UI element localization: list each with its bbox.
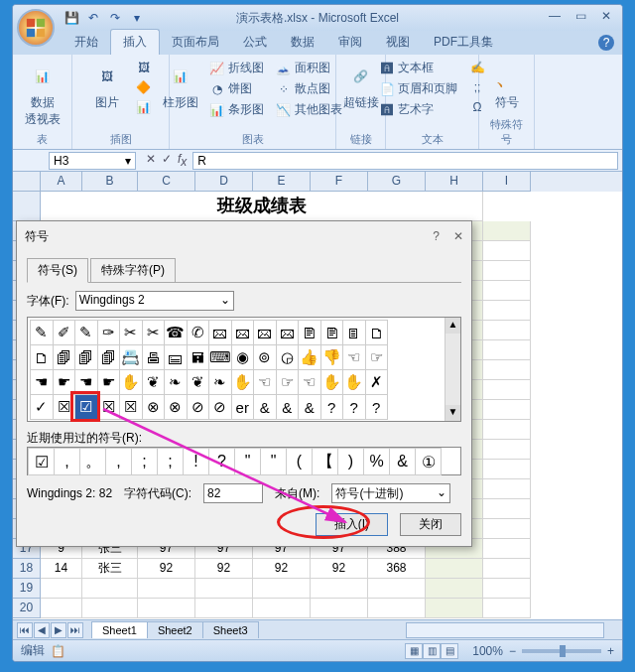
- symbol-cell[interactable]: 🗐: [53, 344, 76, 370]
- cell[interactable]: [368, 579, 426, 599]
- qat-redo[interactable]: ↷: [106, 9, 124, 27]
- col-header-H[interactable]: H: [426, 172, 483, 192]
- symbol-cell[interactable]: ✆: [187, 320, 210, 345]
- cancel-fx-icon[interactable]: ✕: [146, 152, 156, 169]
- tab-review[interactable]: 审阅: [326, 30, 374, 55]
- shapes-button[interactable]: 🔶: [133, 78, 155, 96]
- recent-symbol[interactable]: ①: [415, 448, 442, 475]
- symbol-cell[interactable]: ☎: [164, 320, 188, 345]
- tab-insert[interactable]: 插入: [110, 29, 160, 55]
- close-button[interactable]: ✕: [594, 7, 618, 25]
- symbol-cell[interactable]: er: [231, 394, 255, 420]
- pie-chart-button[interactable]: ◔饼图: [206, 79, 267, 98]
- sheet-tab-2[interactable]: Sheet2: [147, 621, 203, 638]
- zoom-in-button[interactable]: +: [607, 644, 614, 658]
- help-icon[interactable]: ?: [598, 35, 614, 51]
- name-box[interactable]: H3▾: [49, 152, 136, 170]
- symbol-cell[interactable]: 🗐: [74, 344, 98, 370]
- bar-chart-button[interactable]: 📊条形图: [206, 100, 267, 119]
- symbol-cell[interactable]: ❦: [142, 369, 166, 395]
- symbol-cell[interactable]: 🖹: [320, 320, 344, 345]
- recent-symbol[interactable]: ": [260, 448, 287, 475]
- symbol-cell[interactable]: 🖂: [276, 320, 300, 345]
- cell[interactable]: [195, 599, 253, 618]
- symbol-cell[interactable]: ☞: [276, 369, 300, 395]
- font-combobox[interactable]: Wingdings 2⌄: [75, 291, 234, 311]
- cell[interactable]: [483, 579, 531, 599]
- symbol-cell[interactable]: 👍: [298, 344, 321, 370]
- cell[interactable]: [138, 579, 195, 599]
- pivot-table-button[interactable]: 📊数据 透视表: [23, 59, 63, 130]
- symbol-cell[interactable]: ✂: [119, 320, 143, 345]
- col-header-F[interactable]: F: [311, 172, 368, 192]
- next-sheet-button[interactable]: ▶: [51, 622, 66, 638]
- textbox-button[interactable]: 🅰文本框: [376, 59, 460, 77]
- fx-icon[interactable]: fx: [178, 152, 187, 169]
- symbol-cell[interactable]: 🗐: [97, 344, 121, 370]
- cell[interactable]: 92: [138, 559, 195, 579]
- cell[interactable]: [483, 360, 531, 380]
- symbol-cell[interactable]: ?: [342, 394, 366, 420]
- symbol-cell[interactable]: 🖹: [298, 320, 321, 345]
- col-header-E[interactable]: E: [253, 172, 311, 192]
- cell[interactable]: [483, 261, 531, 281]
- cell[interactable]: [483, 440, 531, 460]
- cell[interactable]: [138, 599, 195, 618]
- symbol-cell[interactable]: 👎: [320, 344, 344, 370]
- recent-symbol[interactable]: ;: [157, 448, 184, 475]
- symbol-cell[interactable]: ⊘: [187, 394, 210, 420]
- close-button[interactable]: 关闭: [400, 513, 461, 536]
- symbol-cell[interactable]: ✓: [30, 394, 54, 420]
- recent-symbol[interactable]: ): [337, 448, 364, 475]
- symbol-cell[interactable]: ☛: [97, 369, 121, 395]
- symbol-cell[interactable]: ✎: [74, 320, 98, 345]
- symbol-cell[interactable]: ❧: [208, 369, 232, 395]
- scatter-chart-button[interactable]: ⁘散点图: [273, 79, 345, 98]
- minimize-button[interactable]: —: [543, 7, 567, 25]
- row-header[interactable]: 20: [13, 599, 41, 618]
- tab-formulas[interactable]: 公式: [231, 30, 279, 55]
- tab-pdf[interactable]: PDF工具集: [422, 30, 505, 55]
- normal-view-button[interactable]: ▦: [405, 643, 423, 659]
- cell[interactable]: [311, 579, 368, 599]
- cell[interactable]: [483, 241, 531, 261]
- recent-symbol[interactable]: ☑: [28, 448, 55, 475]
- col-header-A[interactable]: A: [41, 172, 82, 192]
- symbol-cell[interactable]: ☑: [74, 394, 98, 420]
- cell[interactable]: [82, 579, 138, 599]
- cell[interactable]: [426, 579, 483, 599]
- cell[interactable]: 班级成绩表: [41, 192, 483, 221]
- accept-fx-icon[interactable]: ✓: [162, 152, 172, 169]
- cell[interactable]: [41, 599, 82, 618]
- symbol-cell[interactable]: ✋: [320, 369, 344, 395]
- qat-save[interactable]: 💾: [63, 9, 80, 27]
- symbol-cell[interactable]: ☒: [119, 394, 143, 420]
- col-header-D[interactable]: D: [195, 172, 253, 192]
- tab-data[interactable]: 数据: [279, 30, 326, 55]
- cell[interactable]: [195, 579, 253, 599]
- symbol-cell[interactable]: ☛: [53, 369, 76, 395]
- zoom-level[interactable]: 100%: [472, 644, 503, 658]
- symbol-cell[interactable]: &: [253, 394, 277, 420]
- symbol-cell[interactable]: ⊗: [142, 394, 166, 420]
- symbol-cell[interactable]: 📇: [119, 344, 143, 370]
- symbol-cell[interactable]: ☚: [74, 369, 98, 395]
- symbol-scrollbar[interactable]: ▲▼: [444, 318, 460, 421]
- recent-symbol[interactable]: ,: [105, 448, 132, 475]
- cell[interactable]: [483, 519, 531, 539]
- dialog-help-icon[interactable]: ?: [433, 229, 440, 243]
- recent-symbol[interactable]: ,: [54, 448, 80, 475]
- symbol-cell[interactable]: 🖶: [142, 344, 166, 370]
- symbol-cell[interactable]: 🖂: [253, 320, 277, 345]
- recent-symbol[interactable]: &: [389, 448, 416, 475]
- cell[interactable]: [483, 321, 531, 340]
- cell[interactable]: [311, 599, 368, 618]
- cell[interactable]: [483, 400, 531, 420]
- cell[interactable]: [483, 460, 531, 479]
- recent-symbol[interactable]: (: [286, 448, 313, 475]
- row-header[interactable]: 19: [13, 579, 41, 599]
- symbol-cell[interactable]: 🖂: [231, 320, 255, 345]
- cell[interactable]: 368: [368, 559, 426, 579]
- symbol-cell[interactable]: 🗋: [30, 344, 54, 370]
- row-header[interactable]: [13, 192, 41, 221]
